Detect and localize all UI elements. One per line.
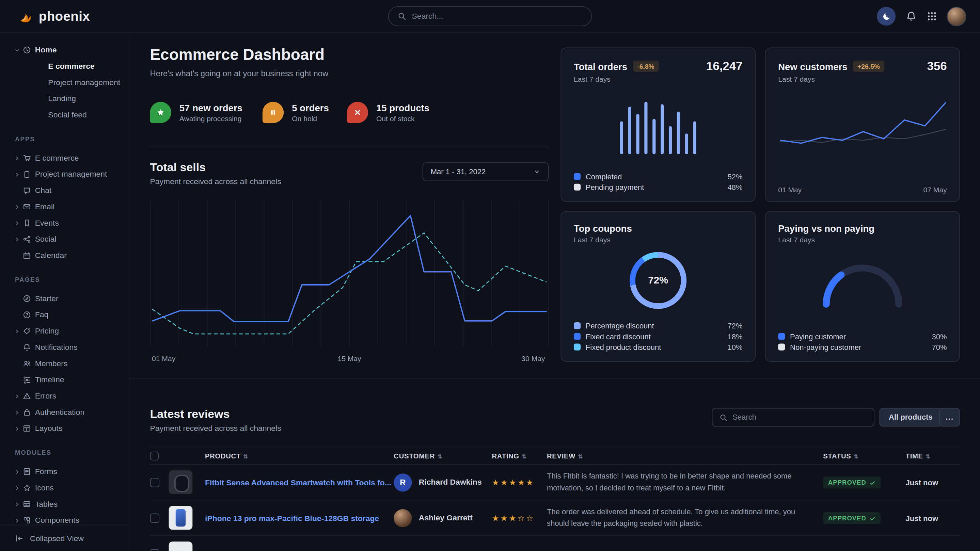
donut-center-label: 72% bbox=[625, 248, 690, 313]
top-coupons-donut-chart: 72% bbox=[625, 248, 690, 313]
legend-label: Completed bbox=[586, 172, 622, 181]
sidebar-item-layouts[interactable]: Layouts bbox=[0, 420, 129, 437]
global-search[interactable] bbox=[388, 6, 592, 26]
reviews-search[interactable] bbox=[712, 408, 875, 427]
row-checkbox[interactable] bbox=[150, 549, 160, 551]
sidebar-item-label: Notifications bbox=[35, 343, 129, 352]
status-badge: APPROVED bbox=[823, 476, 881, 488]
x-tick: 01 May bbox=[778, 186, 802, 194]
apps-grid-icon[interactable] bbox=[927, 11, 937, 21]
paying-gauge-chart bbox=[810, 247, 916, 310]
sidebar-section-apps: APPS bbox=[0, 135, 129, 142]
product-cell: Fitbit Sense Advanced Smartwatch with To… bbox=[205, 476, 394, 488]
new-customers-line-chart bbox=[778, 92, 948, 174]
stat-on-hold: 5 ordersOn hold bbox=[262, 102, 347, 123]
page-title: Ecommerce Dashboard bbox=[150, 46, 325, 64]
product-link[interactable]: iPhone 13 pro max-Pacific Blue-128GB sto… bbox=[205, 514, 393, 523]
reviews-search-input[interactable] bbox=[732, 413, 867, 422]
legend-swatch bbox=[778, 333, 785, 340]
status-cell: APPROVED bbox=[823, 511, 905, 524]
paying-legend: Paying customer30%Non-paying customer70% bbox=[778, 331, 947, 352]
sidebar-subitem-project-management[interactable]: Project management bbox=[0, 74, 129, 91]
card-period: Last 7 days bbox=[778, 236, 947, 244]
sidebar-item-forms[interactable]: Forms bbox=[0, 464, 129, 480]
sidebar-section-modules: MODULES bbox=[0, 449, 129, 456]
brand[interactable]: phoenix bbox=[18, 8, 90, 24]
user-avatar[interactable] bbox=[947, 6, 966, 26]
global-search-input[interactable] bbox=[412, 12, 582, 21]
sidebar-item-faq[interactable]: Faq bbox=[0, 306, 129, 323]
stat-caption: Out of stock bbox=[376, 115, 430, 122]
x-tick: 01 May bbox=[152, 355, 175, 362]
sidebar-item-members[interactable]: Members bbox=[0, 355, 129, 372]
card-title: Paying vs non paying bbox=[778, 223, 875, 233]
row-checkbox[interactable] bbox=[150, 478, 160, 487]
table-body: Fitbit Sense Advanced Smartwatch with To… bbox=[150, 465, 960, 551]
legend-label: Pending payment bbox=[586, 183, 644, 192]
warning-icon bbox=[22, 392, 31, 400]
sidebar-item-social[interactable]: Social bbox=[0, 231, 129, 248]
col-header-product[interactable]: PRODUCT⇅ bbox=[205, 452, 394, 459]
caret-right-icon bbox=[14, 468, 21, 475]
sidebar-item-pricing[interactable]: Pricing bbox=[0, 323, 129, 339]
collapsed-view-toggle[interactable]: Collapsed View bbox=[0, 525, 129, 551]
date-range-select[interactable]: Mar 1 - 31, 2022 bbox=[423, 162, 549, 181]
status-label: APPROVED bbox=[828, 514, 866, 521]
sidebar-item-events[interactable]: Events bbox=[0, 215, 129, 231]
sidebar-item-email[interactable]: Email bbox=[0, 199, 129, 215]
review-text: This Fitbit is fantastic! I was trying t… bbox=[547, 471, 823, 494]
legend-value: 18% bbox=[727, 332, 742, 341]
table-row: Fitbit Sense Advanced Smartwatch with To… bbox=[150, 465, 960, 501]
status-label: APPROVED bbox=[828, 479, 866, 486]
star-rating: ★★★☆☆ bbox=[492, 514, 535, 523]
status-badge: APPROVED bbox=[823, 512, 881, 524]
layout-icon bbox=[22, 424, 31, 433]
sidebar-item-home[interactable]: Home bbox=[0, 42, 129, 58]
date-range-value: Mar 1 - 31, 2022 bbox=[431, 167, 486, 176]
select-all-checkbox[interactable] bbox=[150, 451, 159, 460]
more-options-button[interactable]: ... bbox=[939, 408, 960, 427]
sidebar-item-authentication[interactable]: Authentication bbox=[0, 404, 129, 421]
sidebar-item-calendar[interactable]: Calendar bbox=[0, 248, 129, 264]
row-checkbox[interactable] bbox=[150, 513, 160, 523]
users-icon bbox=[22, 359, 31, 368]
legend-swatch bbox=[574, 184, 581, 191]
sidebar-item-notifications[interactable]: Notifications bbox=[0, 339, 129, 356]
total-sells-chart bbox=[150, 197, 549, 351]
all-products-button[interactable]: All products bbox=[879, 408, 942, 427]
legend-item-percentage-discount: Percentage discount72% bbox=[574, 321, 743, 331]
sidebar-item-icons[interactable]: Icons bbox=[0, 480, 129, 496]
sidebar-item-tables[interactable]: Tables bbox=[0, 496, 129, 512]
col-header-customer[interactable]: CUSTOMER⇅ bbox=[394, 452, 492, 459]
lock-icon bbox=[22, 408, 31, 417]
sidebar-item-timeline[interactable]: Timeline bbox=[0, 372, 129, 388]
col-header-rating[interactable]: RATING⇅ bbox=[492, 452, 547, 459]
product-link[interactable]: Fitbit Sense Advanced Smartwatch with To… bbox=[205, 478, 405, 487]
sidebar-item-e-commerce[interactable]: E commerce bbox=[0, 150, 129, 167]
sidebar-subitem-e-commerce[interactable]: E commerce bbox=[0, 58, 129, 75]
notifications-bell-icon[interactable] bbox=[906, 11, 917, 22]
sidebar-subitem-social-feed[interactable]: Social feed bbox=[0, 107, 129, 123]
caret-down-icon bbox=[14, 47, 21, 54]
sidebar-subitem-landing[interactable]: Landing bbox=[0, 91, 129, 107]
sidebar-item-starter[interactable]: Starter bbox=[0, 290, 129, 306]
legend-swatch bbox=[778, 344, 785, 351]
customer-cell: RRichard Dawkins bbox=[394, 473, 492, 491]
review-cell: This Fitbit is fantastic! I was trying t… bbox=[547, 471, 823, 494]
col-header-time[interactable]: TIME⇅ bbox=[906, 452, 960, 459]
product-thumb-cell bbox=[169, 541, 205, 551]
legend-item-pending-payment: Pending payment48% bbox=[574, 182, 743, 192]
bookmark-icon bbox=[22, 219, 31, 227]
legend-item-completed: Completed52% bbox=[574, 171, 743, 182]
card-period: Last 7 days bbox=[574, 76, 743, 83]
col-header-review[interactable]: REVIEW⇅ bbox=[547, 452, 823, 459]
sidebar-item-chat[interactable]: Chat bbox=[0, 183, 129, 199]
legend-label: Non-paying customer bbox=[790, 343, 861, 352]
sidebar-item-project-management[interactable]: Project management bbox=[0, 166, 129, 183]
star-glyph bbox=[156, 108, 165, 117]
theme-toggle-button[interactable] bbox=[877, 7, 896, 25]
sidebar-item-errors[interactable]: Errors bbox=[0, 388, 129, 404]
top-coupons-card: Top coupons Last 7 days 72% Percentage d… bbox=[560, 211, 756, 361]
total-sells-subtitle: Payment received across all channels bbox=[150, 177, 281, 186]
col-header-status[interactable]: STATUS⇅ bbox=[823, 452, 905, 459]
